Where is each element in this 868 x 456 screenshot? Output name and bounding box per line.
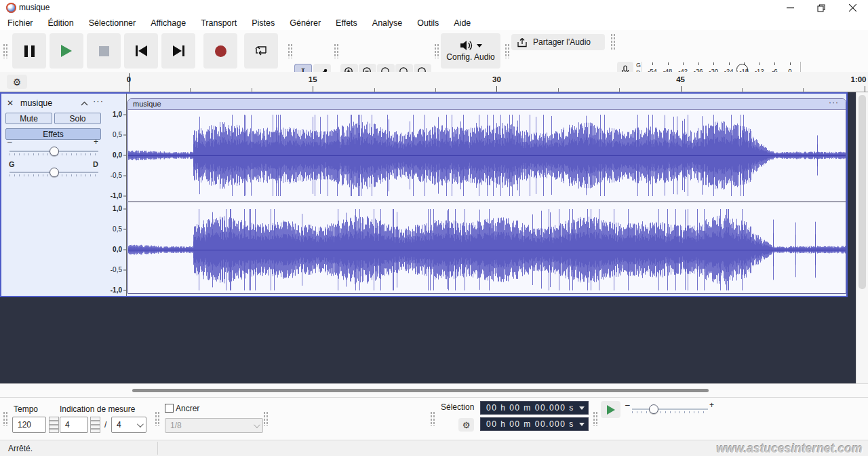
play-button[interactable] <box>50 33 83 69</box>
pause-icon <box>24 45 35 57</box>
horizontal-scrollbar[interactable] <box>0 383 868 397</box>
selection-label: Sélection <box>441 402 474 412</box>
time-signature-upper-input[interactable]: 4 <box>60 417 88 433</box>
restore-button[interactable] <box>806 0 837 16</box>
timeline-ruler[interactable]: ⚙ 0 15 30 45 1:00 <box>0 72 868 92</box>
audacity-logo-icon <box>6 3 16 13</box>
clip-menu-icon[interactable]: ··· <box>829 98 839 107</box>
pause-button[interactable] <box>12 33 46 69</box>
share-audio-button[interactable]: Partager l'Audio <box>511 34 605 50</box>
scale-label: -1,0 <box>111 192 122 200</box>
tools-toolbar-grip[interactable] <box>288 43 292 58</box>
track-close-icon[interactable]: ✕ <box>7 99 14 107</box>
selection-start-value: 00 h 00 m 00.000 s <box>486 403 574 413</box>
track-menu-icon[interactable]: ··· <box>93 96 104 106</box>
selection-start-field[interactable]: 00 h 00 m 00.000 s <box>480 401 589 415</box>
play-at-speed-button[interactable] <box>601 401 620 418</box>
menu-effets[interactable]: Effets <box>328 18 365 28</box>
snap-interval-select[interactable]: 1/8 <box>165 418 263 433</box>
menu-bar: Fichier Édition Sélectionner Affichage T… <box>0 16 868 31</box>
selection-end-field[interactable]: 00 h 00 m 00.000 s <box>480 417 589 431</box>
loop-button[interactable] <box>244 33 278 69</box>
ruler-label-60: 1:00 <box>850 75 866 83</box>
gain-max-label: + <box>94 137 98 147</box>
toolbar-row: I ✎ ✳ <box>0 30 868 73</box>
skip-to-start-icon <box>136 45 147 56</box>
snapping-grip[interactable] <box>155 411 159 426</box>
recording-meter-left-label: G <box>636 62 641 69</box>
menu-edition[interactable]: Édition <box>41 18 81 28</box>
audio-setup-button[interactable]: Config. Audio <box>441 33 500 69</box>
status-bar: Arrêté. www.astucesinternet.com <box>0 440 868 456</box>
time-signature-separator: / <box>104 420 106 430</box>
dropdown-caret-icon <box>477 44 482 48</box>
time-signature-lower-select[interactable]: 4 <box>111 417 146 433</box>
effects-label: Effets <box>43 130 63 139</box>
chevron-down-icon <box>137 421 144 428</box>
vertical-scale-ruler[interactable]: 1,0 0,5 0,0 -0,5 -1,0 1,0 0,5 0,0 -0,5 -… <box>106 92 127 297</box>
minimize-button[interactable] <box>774 0 806 16</box>
vertical-scrollbar-thumb[interactable] <box>859 95 866 289</box>
menu-affichage[interactable]: Affichage <box>143 18 193 28</box>
close-button[interactable] <box>837 0 868 16</box>
play-at-speed-grip[interactable] <box>593 411 597 426</box>
channel-separator <box>128 202 846 202</box>
effects-button[interactable]: Effets <box>5 128 101 140</box>
skip-to-start-button[interactable] <box>124 33 158 69</box>
skip-to-end-button[interactable] <box>161 33 195 69</box>
menu-generer[interactable]: Générer <box>282 18 328 28</box>
scale-label: 1,0 <box>113 111 122 118</box>
gear-icon: ⚙ <box>462 420 471 430</box>
gain-slider-thumb[interactable] <box>50 147 59 156</box>
time-signature-label: Indication de mesure <box>60 404 135 414</box>
speed-slider-track[interactable] <box>632 408 708 410</box>
selection-options-button[interactable]: ⚙ <box>458 418 474 432</box>
time-signature-spinner[interactable] <box>90 417 100 433</box>
record-button[interactable] <box>203 33 237 69</box>
horizontal-scrollbar-thumb[interactable] <box>132 389 709 392</box>
menu-analyse[interactable]: Analyse <box>365 18 410 28</box>
pan-slider-thumb[interactable] <box>50 168 59 177</box>
upload-icon <box>517 37 527 48</box>
play-at-speed-icon <box>607 405 615 415</box>
audio-setup-grip[interactable] <box>434 43 439 58</box>
watermark-text: www.astucesinternet.com <box>717 442 863 456</box>
speed-slider-thumb[interactable] <box>649 404 658 414</box>
time-toolbar-grip[interactable] <box>263 411 268 426</box>
window-title: musique <box>19 3 50 12</box>
track-name[interactable]: musique <box>20 98 52 108</box>
solo-button[interactable]: Solo <box>54 113 101 124</box>
menu-pistes[interactable]: Pistes <box>244 18 282 28</box>
scale-label: -1,0 <box>111 286 122 294</box>
menu-fichier[interactable]: Fichier <box>0 18 41 28</box>
menu-selectionner[interactable]: Sélectionner <box>81 18 144 28</box>
share-toolbar-grip[interactable] <box>505 43 509 58</box>
recording-meter-grip[interactable] <box>610 33 615 51</box>
menu-outils[interactable]: Outils <box>410 18 446 28</box>
clip-header[interactable]: musique ··· <box>128 99 846 110</box>
gear-icon: ⚙ <box>13 77 22 88</box>
menu-aide[interactable]: Aide <box>446 18 478 28</box>
snap-checkbox[interactable] <box>165 404 174 413</box>
loop-icon <box>254 44 269 58</box>
tempo-spinner[interactable] <box>49 417 59 433</box>
scale-label: 0,0 <box>113 151 122 159</box>
scale-label: -0,5 <box>111 266 122 273</box>
tempo-label: Tempo <box>14 404 38 414</box>
audio-clip[interactable]: musique ··· <box>127 98 846 294</box>
selection-toolbar-grip[interactable] <box>430 411 435 426</box>
tempo-input[interactable]: 120 <box>12 417 46 433</box>
timeline-options-button[interactable]: ⚙ <box>7 75 27 89</box>
mute-button[interactable]: Mute <box>5 113 52 124</box>
transport-toolbar-grip[interactable] <box>3 43 7 58</box>
collapse-track-icon[interactable] <box>81 101 88 106</box>
edit-toolbar-grip[interactable] <box>334 43 338 58</box>
speed-min-label: – <box>625 400 630 410</box>
stop-button[interactable] <box>87 33 121 69</box>
bottom-toolbar-row: Tempo 120 Indication de mesure 4 / 4 Anc… <box>0 397 868 440</box>
vertical-scrollbar[interactable] <box>856 92 868 383</box>
caret-icon <box>579 406 585 410</box>
status-message: Arrêté. <box>8 444 33 453</box>
menu-transport[interactable]: Transport <box>193 18 244 28</box>
time-signature-grip[interactable] <box>3 411 7 426</box>
